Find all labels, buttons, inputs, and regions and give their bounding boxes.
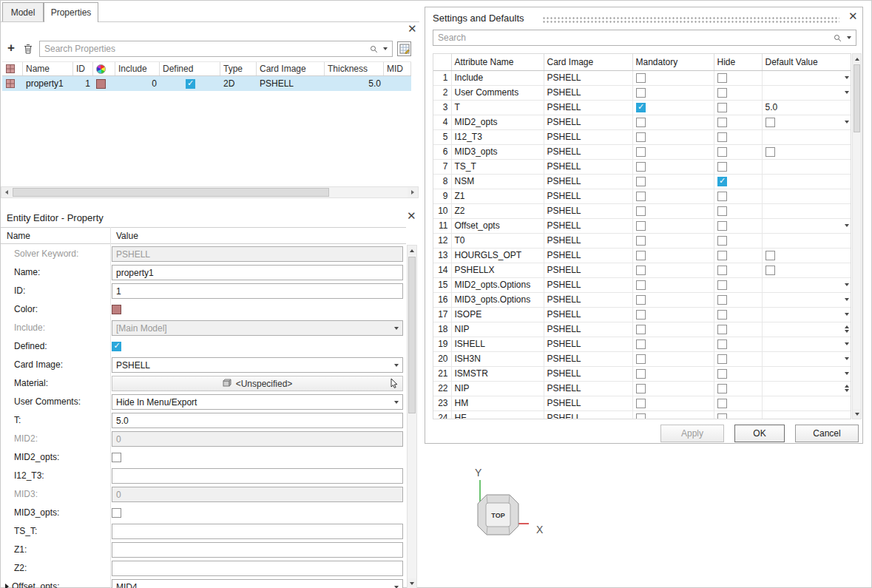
dropdown-chevron-icon[interactable]: [845, 283, 849, 286]
mandatory-checkbox[interactable]: [636, 369, 646, 379]
text-field[interactable]: 5.0: [112, 413, 403, 428]
default-checkbox[interactable]: [765, 266, 775, 275]
properties-search-input[interactable]: Search Properties: [39, 41, 393, 57]
vertical-scrollbar[interactable]: [407, 245, 417, 588]
mandatory-checkbox[interactable]: [636, 339, 646, 349]
settings-row[interactable]: 6MID3_optsPSHELL: [433, 144, 851, 159]
cancel-button[interactable]: Cancel: [795, 425, 859, 442]
hide-checkbox[interactable]: [717, 295, 727, 305]
hide-checkbox[interactable]: [717, 339, 727, 349]
dropdown-chevron-icon[interactable]: [845, 298, 849, 301]
hide-checkbox[interactable]: [717, 162, 727, 172]
default-checkbox[interactable]: [765, 118, 775, 127]
scroll-up-icon[interactable]: [853, 54, 861, 64]
column-attribute-name[interactable]: Attribute Name: [451, 54, 544, 70]
chevron-down-icon[interactable]: [391, 327, 399, 330]
mandatory-checkbox[interactable]: [636, 221, 646, 231]
drag-handle-dots[interactable]: [542, 16, 839, 23]
settings-row[interactable]: 13HOURGLS_OPTPSHELL: [433, 248, 851, 263]
dropdown-chevron-icon[interactable]: [845, 342, 849, 345]
add-property-button[interactable]: +: [4, 41, 18, 55]
hide-checkbox[interactable]: [717, 369, 727, 379]
default-checkbox[interactable]: [765, 251, 775, 260]
table-settings-button[interactable]: [397, 41, 411, 56]
column-color[interactable]: [93, 62, 115, 75]
scrollbar-thumb[interactable]: [854, 64, 860, 132]
settings-row[interactable]: 5I12_T3PSHELL: [433, 129, 851, 144]
text-field[interactable]: [112, 561, 403, 576]
checkbox[interactable]: [112, 453, 121, 462]
column-thickness[interactable]: Thickness: [325, 62, 384, 75]
hide-checkbox[interactable]: [717, 132, 727, 142]
text-field[interactable]: [112, 524, 403, 539]
settings-row[interactable]: 7TS_TPSHELL: [433, 159, 851, 174]
scroll-left-icon[interactable]: [1, 187, 12, 197]
mandatory-checkbox[interactable]: [636, 384, 646, 393]
defined-checkbox[interactable]: [186, 79, 195, 89]
settings-row[interactable]: 23HMPSHELL: [433, 396, 851, 410]
text-field[interactable]: [112, 468, 403, 484]
spinner-control[interactable]: [845, 325, 849, 333]
column-id[interactable]: ID: [73, 62, 93, 75]
dropdown-field[interactable]: Hide In Menu/Export: [112, 394, 403, 410]
scrollbar-thumb[interactable]: [408, 257, 416, 413]
settings-row[interactable]: 22NIPPSHELL: [433, 381, 851, 396]
hide-checkbox[interactable]: [717, 221, 727, 231]
scroll-down-icon[interactable]: [853, 409, 861, 419]
mandatory-checkbox[interactable]: [636, 177, 646, 186]
mandatory-checkbox[interactable]: [636, 162, 646, 172]
color-swatch[interactable]: [96, 79, 106, 89]
column-mid[interactable]: MID: [384, 62, 411, 75]
mandatory-checkbox[interactable]: [636, 325, 646, 334]
settings-row[interactable]: 10Z2PSHELL: [433, 203, 851, 218]
mandatory-checkbox[interactable]: [636, 88, 646, 98]
mandatory-checkbox[interactable]: [636, 310, 646, 320]
mandatory-checkbox[interactable]: [636, 147, 646, 157]
hide-checkbox[interactable]: [717, 384, 727, 393]
tab-properties[interactable]: Properties: [44, 2, 98, 22]
text-field[interactable]: property1: [112, 265, 403, 280]
settings-search-input[interactable]: Search: [433, 30, 856, 46]
property-row[interactable]: property1 1 0 2D PSHELL 5.0: [2, 76, 411, 91]
column-default-value[interactable]: Default Value: [762, 54, 851, 70]
hide-checkbox[interactable]: [717, 206, 727, 216]
column-card-image[interactable]: Card Image: [544, 54, 632, 70]
dropdown-chevron-icon[interactable]: [845, 357, 849, 360]
settings-row[interactable]: 9Z1PSHELL: [433, 189, 851, 203]
checkbox[interactable]: [112, 508, 121, 518]
column-name[interactable]: Name: [23, 62, 73, 75]
mandatory-checkbox[interactable]: [636, 251, 646, 260]
mandatory-checkbox[interactable]: [636, 103, 646, 112]
scroll-up-icon[interactable]: [408, 246, 416, 255]
hide-checkbox[interactable]: [717, 88, 727, 98]
properties-panel-close-icon[interactable]: ✕: [408, 24, 417, 34]
scroll-right-icon[interactable]: [408, 187, 418, 197]
dropdown-field[interactable]: MID4: [112, 579, 403, 588]
column-type[interactable]: Type: [220, 62, 257, 75]
scroll-down-icon[interactable]: [408, 578, 416, 588]
settings-row[interactable]: 11Offset_optsPSHELL: [433, 218, 851, 233]
mandatory-checkbox[interactable]: [636, 354, 646, 364]
hide-checkbox[interactable]: [717, 413, 727, 419]
mandatory-checkbox[interactable]: [636, 295, 646, 305]
color-swatch[interactable]: [112, 305, 121, 314]
mandatory-checkbox[interactable]: [636, 132, 646, 142]
default-value-text[interactable]: 5.0: [765, 102, 778, 112]
dropdown-field[interactable]: PSHELL: [112, 357, 403, 373]
mandatory-checkbox[interactable]: [636, 280, 646, 290]
settings-row[interactable]: 15MID2_opts.OptionsPSHELL: [433, 277, 851, 292]
mandatory-checkbox[interactable]: [636, 73, 646, 83]
entity-editor-close-icon[interactable]: ✕: [407, 211, 416, 221]
hide-checkbox[interactable]: [717, 310, 727, 320]
view-axes-widget[interactable]: Y TOP X: [445, 456, 570, 552]
checkbox[interactable]: [112, 342, 121, 351]
hide-checkbox[interactable]: [717, 147, 727, 157]
column-mandatory[interactable]: Mandatory: [632, 54, 714, 70]
hide-checkbox[interactable]: [717, 251, 727, 260]
text-field[interactable]: 1: [112, 283, 403, 299]
settings-row[interactable]: 4MID2_optsPSHELL: [433, 115, 851, 129]
mandatory-checkbox[interactable]: [636, 236, 646, 246]
spinner-control[interactable]: [845, 385, 849, 392]
settings-row[interactable]: 19ISHELLPSHELL: [433, 337, 851, 351]
dropdown-chevron-icon[interactable]: [845, 224, 849, 227]
